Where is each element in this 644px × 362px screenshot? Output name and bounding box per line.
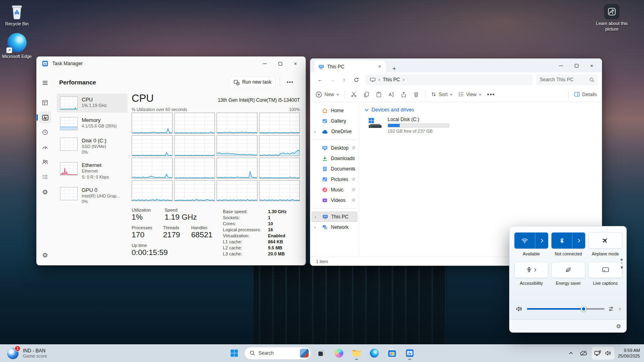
cpu-core-graph[interactable] — [174, 158, 215, 179]
view-button[interactable]: View — [458, 91, 482, 97]
chevron-right-icon[interactable]: › — [315, 215, 316, 219]
cpu-core-graph[interactable] — [259, 135, 300, 156]
new-tab-button[interactable]: + — [389, 64, 399, 72]
desktop-icon-microsoft-edge[interactable]: ↗ Microsoft Edge — [0, 33, 34, 60]
details-pane-button[interactable]: Details — [574, 91, 597, 97]
rename-button[interactable] — [388, 91, 395, 98]
bluetooth-tile[interactable] — [551, 232, 585, 249]
minimize-button[interactable] — [553, 60, 569, 72]
tray-network-volume-button[interactable] — [592, 347, 614, 360]
delete-button[interactable] — [413, 91, 420, 98]
live-captions-tile[interactable] — [588, 262, 622, 278]
cpu-core-graph[interactable] — [132, 158, 173, 179]
tray-show-hidden-icons-button[interactable] — [566, 347, 576, 360]
sidebar-item-documents[interactable]: Documents — [312, 164, 357, 174]
more-options-button[interactable]: ••• — [284, 78, 296, 87]
back-button[interactable]: ← — [314, 74, 326, 85]
details-tab-icon[interactable] — [39, 171, 51, 183]
maximize-button[interactable] — [569, 60, 584, 72]
breadcrumb[interactable]: › This PC › — [366, 74, 533, 85]
volume-mixer-icon[interactable] — [609, 306, 615, 312]
file-explorer-button[interactable] — [349, 346, 364, 361]
tab-this-pc[interactable]: This PC × — [314, 61, 386, 72]
cpu-core-graph[interactable] — [259, 158, 300, 179]
app-history-tab-icon[interactable] — [39, 126, 51, 138]
sidebar-item-onedrive[interactable]: › OneDrive — [312, 126, 357, 137]
more-toolbar-button[interactable]: ••• — [487, 91, 494, 98]
desktop-icon-recycle-bin[interactable]: Recycle Bin — [0, 4, 34, 27]
sidebar-item-downloads[interactable]: Downloads — [312, 153, 357, 164]
settings-icon[interactable]: ⚙ — [616, 323, 621, 329]
explorer-tab-strip[interactable]: This PC × + × — [310, 59, 602, 72]
cpu-core-graph[interactable] — [259, 180, 300, 201]
paste-button[interactable] — [375, 91, 382, 98]
wifi-icon[interactable] — [514, 232, 535, 249]
startup-apps-tab-icon[interactable] — [39, 141, 51, 153]
bluetooth-icon[interactable] — [551, 232, 572, 249]
chevron-right-icon[interactable]: › — [314, 225, 316, 230]
local-disk-item[interactable]: Local Disk (C:) 192 GB free of 237 GB — [368, 117, 602, 134]
sidebar-item-network[interactable]: › Network — [312, 222, 357, 232]
processes-tab-icon[interactable] — [39, 97, 51, 109]
cpu-core-graph[interactable] — [132, 113, 173, 134]
desktop-icon-learn-about-picture[interactable]: Learn about this picture — [595, 4, 629, 32]
devices-and-drives-header[interactable]: Devices and drives — [365, 107, 602, 113]
cpu-core-graph[interactable] — [217, 113, 258, 134]
sidebar-item-gallery[interactable]: Gallery — [312, 116, 357, 126]
sidebar-item-videos[interactable]: Videos — [312, 195, 357, 206]
refresh-button[interactable] — [351, 74, 362, 85]
users-tab-icon[interactable] — [39, 156, 51, 168]
new-button[interactable]: New — [315, 91, 339, 98]
start-button[interactable] — [227, 346, 242, 361]
chevron-right-icon[interactable]: › — [314, 130, 316, 134]
volume-output-chevron[interactable]: › — [619, 306, 621, 312]
cpu-core-graph[interactable] — [217, 158, 258, 179]
explorer-search-input[interactable]: Search This PC — [537, 74, 598, 85]
list-item-ethernet[interactable]: EthernetEthernetS: 0 R: 0 Kbps — [57, 159, 128, 182]
cpu-core-graph[interactable] — [259, 113, 300, 134]
edge-button[interactable] — [367, 346, 382, 361]
airplane-mode-tile[interactable] — [588, 232, 622, 249]
sidebar-item-music[interactable]: Music — [312, 185, 357, 195]
sidebar-item-home[interactable]: Home — [312, 105, 357, 116]
menu-icon[interactable] — [39, 77, 51, 89]
cut-button[interactable] — [350, 91, 357, 98]
sidebar-item-desktop[interactable]: Desktop — [312, 143, 357, 153]
list-item-disk[interactable]: Disk 0 (C:)SSD (NVMe)0% — [57, 135, 128, 158]
pager-down-icon[interactable]: ▼ — [621, 266, 623, 269]
performance-tab-icon[interactable] — [39, 111, 51, 123]
breadcrumb-item[interactable]: This PC — [383, 77, 400, 82]
energy-saver-tile[interactable] — [551, 262, 585, 278]
sidebar-item-this-pc[interactable]: › This PC — [312, 212, 357, 222]
run-new-task-button[interactable]: Run new task — [229, 76, 276, 88]
search-highlight-image[interactable] — [300, 349, 309, 358]
microsoft-store-button[interactable] — [384, 346, 400, 361]
cpu-core-graph[interactable] — [217, 180, 258, 201]
wifi-tile[interactable] — [514, 232, 548, 249]
task-manager-titlebar[interactable]: Task Manager × — [37, 57, 305, 70]
cpu-core-graph[interactable] — [132, 180, 173, 201]
copy-button[interactable] — [363, 91, 370, 98]
tab-close-icon[interactable]: × — [376, 64, 383, 70]
services-tab-icon[interactable]: ⚙ — [39, 186, 51, 198]
quick-settings-pager[interactable]: ▼ — [621, 259, 623, 269]
task-manager-button[interactable] — [402, 346, 417, 361]
taskbar-search-input[interactable]: Search — [244, 347, 311, 360]
close-button[interactable]: × — [288, 58, 303, 70]
cpu-core-graph[interactable] — [132, 135, 173, 156]
minimize-button[interactable] — [257, 58, 272, 70]
list-item-cpu[interactable]: CPU1% 1.19 GHz — [57, 94, 128, 113]
cpu-core-graph[interactable] — [217, 135, 258, 156]
cpu-core-graph[interactable] — [174, 135, 215, 156]
wifi-expand-chevron[interactable] — [535, 232, 548, 249]
accessibility-tile[interactable] — [514, 262, 548, 278]
speaker-icon[interactable] — [516, 306, 523, 312]
volume-slider-thumb[interactable] — [581, 306, 586, 312]
sort-button[interactable]: Sort — [431, 91, 453, 97]
copilot-button[interactable] — [331, 346, 347, 361]
cpu-core-graph[interactable] — [174, 180, 215, 201]
volume-slider[interactable] — [527, 308, 605, 310]
sidebar-item-pictures[interactable]: Pictures — [312, 174, 357, 185]
settings-icon[interactable]: ⚙ — [39, 249, 51, 261]
up-button[interactable]: ↑ — [339, 74, 350, 85]
